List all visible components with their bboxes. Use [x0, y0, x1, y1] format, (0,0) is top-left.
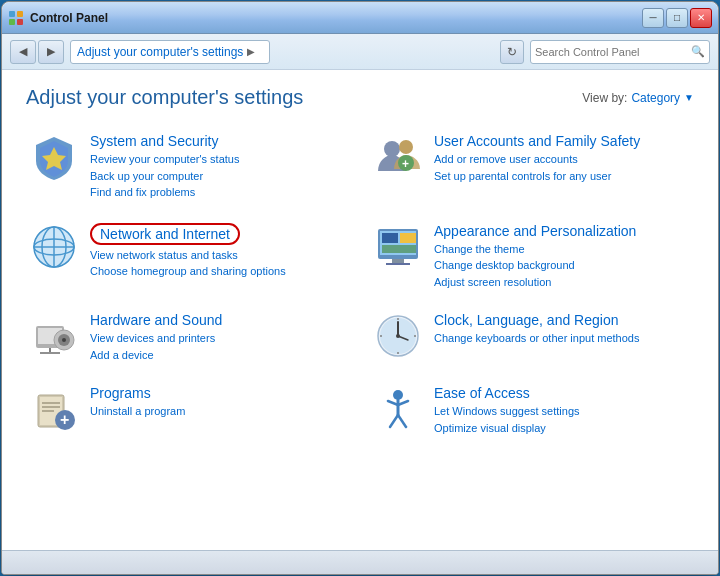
programs-icon: +: [30, 385, 78, 433]
user-accounts-item: + User Accounts and Family Safety Add or…: [370, 127, 694, 207]
appearance-link-1[interactable]: Change the theme: [434, 241, 690, 258]
window-title: Control Panel: [30, 11, 642, 25]
system-security-text: System and Security Review your computer…: [90, 133, 346, 201]
search-input[interactable]: [535, 46, 687, 58]
user-accounts-link-1[interactable]: Add or remove user accounts: [434, 151, 690, 168]
hardware-sound-icon: [30, 312, 78, 360]
maximize-button[interactable]: □: [666, 8, 688, 28]
breadcrumb: Adjust your computer's settings ▶: [70, 40, 270, 64]
clock-language-item: Clock, Language, and Region Change keybo…: [370, 306, 694, 369]
svg-rect-19: [400, 233, 416, 243]
appearance-text: Appearance and Personalization Change th…: [434, 223, 690, 291]
svg-rect-1: [17, 11, 23, 17]
control-panel-icon: [8, 10, 24, 26]
svg-point-15: [34, 227, 74, 267]
svg-rect-22: [386, 263, 410, 265]
close-button[interactable]: ✕: [690, 8, 712, 28]
ease-access-text: Ease of Access Let Windows suggest setti…: [434, 385, 690, 436]
svg-rect-20: [382, 245, 416, 253]
system-security-icon: [30, 133, 78, 181]
clock-language-link-1[interactable]: Change keyboards or other input methods: [434, 330, 690, 347]
ease-access-title[interactable]: Ease of Access: [434, 385, 690, 401]
settings-grid: System and Security Review your computer…: [26, 127, 694, 442]
page-title: Adjust your computer's settings: [26, 86, 303, 109]
address-bar: ◀ ▶ Adjust your computer's settings ▶ ↻ …: [2, 34, 718, 70]
user-accounts-icon: +: [374, 133, 422, 181]
ease-access-icon: [374, 385, 422, 433]
clock-language-title[interactable]: Clock, Language, and Region: [434, 312, 690, 328]
user-accounts-title[interactable]: User Accounts and Family Safety: [434, 133, 690, 149]
programs-title[interactable]: Programs: [90, 385, 346, 401]
appearance-link-3[interactable]: Adjust screen resolution: [434, 274, 690, 291]
system-security-title[interactable]: System and Security: [90, 133, 346, 149]
view-by-dropdown[interactable]: Category: [631, 91, 680, 105]
system-security-link-3[interactable]: Find and fix problems: [90, 184, 346, 201]
search-box[interactable]: 🔍: [530, 40, 710, 64]
network-internet-item: Network and Internet View network status…: [26, 217, 350, 297]
svg-point-34: [396, 334, 400, 338]
ease-access-link-2[interactable]: Optimize visual display: [434, 420, 690, 437]
network-internet-icon: [30, 223, 78, 271]
window-controls: ─ □ ✕: [642, 8, 712, 28]
clock-language-icon: [374, 312, 422, 360]
network-internet-link-2[interactable]: Choose homegroup and sharing options: [90, 263, 346, 280]
forward-button[interactable]: ▶: [38, 40, 64, 64]
svg-text:+: +: [60, 411, 69, 428]
appearance-title[interactable]: Appearance and Personalization: [434, 223, 690, 239]
svg-point-6: [399, 140, 413, 154]
clock-language-text: Clock, Language, and Region Change keybo…: [434, 312, 690, 347]
svg-rect-0: [9, 11, 15, 17]
title-bar: Control Panel ─ □ ✕: [2, 2, 718, 34]
hardware-sound-link-1[interactable]: View devices and printers: [90, 330, 346, 347]
network-internet-text: Network and Internet View network status…: [90, 223, 346, 280]
system-security-link-2[interactable]: Back up your computer: [90, 168, 346, 185]
minimize-button[interactable]: ─: [642, 8, 664, 28]
nav-buttons: ◀ ▶: [10, 40, 64, 64]
svg-text:+: +: [402, 157, 409, 171]
user-accounts-link-2[interactable]: Set up parental controls for any user: [434, 168, 690, 185]
programs-text: Programs Uninstall a program: [90, 385, 346, 420]
content-header: Adjust your computer's settings View by:…: [26, 86, 694, 109]
network-internet-title[interactable]: Network and Internet: [90, 223, 240, 245]
status-bar: [2, 550, 718, 574]
view-by: View by: Category ▼: [582, 91, 694, 105]
programs-link-1[interactable]: Uninstall a program: [90, 403, 346, 420]
svg-line-51: [398, 415, 406, 427]
svg-rect-3: [17, 19, 23, 25]
hardware-sound-title[interactable]: Hardware and Sound: [90, 312, 346, 328]
svg-point-27: [62, 338, 66, 342]
system-security-item: System and Security Review your computer…: [26, 127, 350, 207]
refresh-button[interactable]: ↻: [500, 40, 524, 64]
ease-access-link-1[interactable]: Let Windows suggest settings: [434, 403, 690, 420]
system-security-link-1[interactable]: Review your computer's status: [90, 151, 346, 168]
view-by-label: View by:: [582, 91, 627, 105]
back-button[interactable]: ◀: [10, 40, 36, 64]
svg-rect-2: [9, 19, 15, 25]
svg-rect-29: [40, 352, 60, 354]
view-by-arrow[interactable]: ▼: [684, 92, 694, 103]
hardware-sound-text: Hardware and Sound View devices and prin…: [90, 312, 346, 363]
svg-line-50: [390, 415, 398, 427]
programs-item: + Programs Uninstall a program: [26, 379, 350, 442]
appearance-item: Appearance and Personalization Change th…: [370, 217, 694, 297]
hardware-sound-item: Hardware and Sound View devices and prin…: [26, 306, 350, 369]
breadcrumb-arrow: ▶: [247, 46, 255, 57]
network-internet-link-1[interactable]: View network status and tasks: [90, 247, 346, 264]
svg-rect-18: [382, 233, 398, 243]
appearance-link-2[interactable]: Change desktop background: [434, 257, 690, 274]
breadcrumb-item[interactable]: Adjust your computer's settings: [77, 45, 243, 59]
search-icon[interactable]: 🔍: [691, 45, 705, 58]
main-window: Control Panel ─ □ ✕ ◀ ▶ Adjust your comp…: [1, 1, 719, 575]
content-area: Adjust your computer's settings View by:…: [2, 70, 718, 550]
ease-access-item: Ease of Access Let Windows suggest setti…: [370, 379, 694, 442]
appearance-icon: [374, 223, 422, 271]
svg-rect-21: [392, 259, 404, 263]
user-accounts-text: User Accounts and Family Safety Add or r…: [434, 133, 690, 184]
svg-point-5: [384, 141, 400, 157]
hardware-sound-link-2[interactable]: Add a device: [90, 347, 346, 364]
